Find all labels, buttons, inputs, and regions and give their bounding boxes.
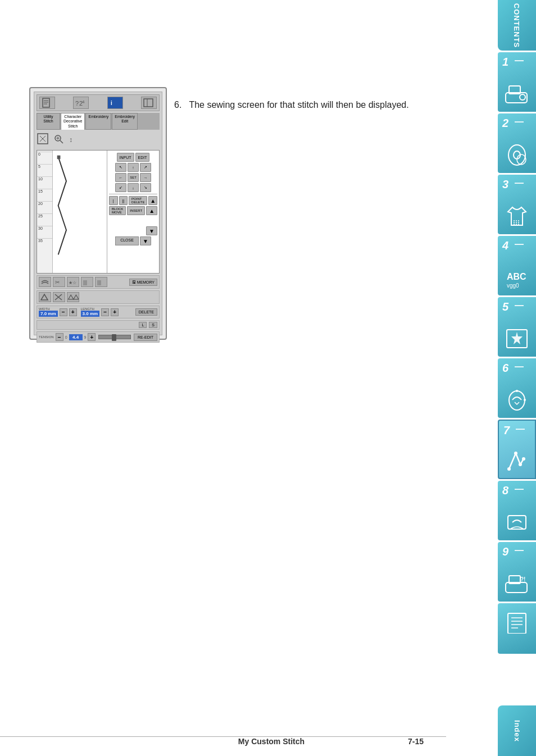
length-minus[interactable]: − (101, 308, 109, 316)
divider-1 (109, 194, 157, 194)
character-stitch-tab[interactable]: Character Decorative Stitch (61, 113, 85, 130)
ruler-0: 0 (37, 152, 52, 164)
width-plus[interactable]: + (69, 308, 77, 316)
stitch-display: 0 5 10 15 20 25 30 35 (37, 150, 160, 274)
svg-text:i: i (111, 100, 112, 106)
ruler-35: 35 (37, 238, 52, 251)
vert-bar-1[interactable]: | (109, 196, 118, 205)
stitch-controls: INPUT EDIT ↖ ↑ ↗ ← SET → (107, 151, 159, 273)
embroidery-tab[interactable]: Embroidery (85, 113, 111, 130)
scroll-up[interactable]: ▲ (148, 196, 157, 205)
svg-text:↕: ↕ (69, 136, 72, 144)
svg-point-39 (524, 399, 526, 401)
second-icon-2[interactable] (53, 292, 65, 302)
footer-title: My Custom Stitch (238, 737, 305, 746)
tension-slider[interactable] (98, 335, 131, 339)
svg-text:|||: ||| (83, 280, 87, 285)
step-text: The sewing screen for that stitch will t… (189, 100, 408, 110)
svg-point-41 (514, 452, 517, 455)
length-plus[interactable]: + (111, 308, 119, 316)
block-move-row: BLOCKMOVE INSERT ▲ (109, 206, 157, 215)
arrow-up[interactable]: ↑ (128, 163, 139, 172)
chapter-5-tab[interactable]: 5 — (498, 297, 536, 357)
stitch-icon-display (37, 133, 49, 147)
arrow-row-3: ↙ ↓ ↘ (109, 183, 157, 192)
chapter-1-tab[interactable]: 1 — (498, 52, 536, 112)
machine-icon-2: ? 2 4 (73, 97, 89, 109)
arrow-right[interactable]: → (140, 173, 151, 182)
scroll-down-2[interactable]: ▼ (140, 236, 151, 245)
page-footer: My Custom Stitch 7-15 (0, 736, 446, 746)
width-minus[interactable]: − (60, 308, 67, 316)
measurements-row: WIDTH 7.0 mm − + LENGTH 3.0 mm − + DELET… (37, 306, 160, 318)
chapter-4-tab[interactable]: 4 — ABC vgg0 (498, 236, 536, 295)
embroidery-edit-tab[interactable]: Embroidery Edit (112, 113, 138, 130)
delete-button[interactable]: DELETE (135, 308, 157, 316)
svg-rect-19 (57, 156, 61, 160)
index-label: Index (513, 720, 521, 742)
second-icon-3[interactable] (67, 292, 79, 302)
bottom-icon-4[interactable]: ||| (81, 277, 93, 287)
ls-row: L S (37, 320, 160, 330)
machine-icon-1 (39, 97, 55, 109)
chapter-3-tab[interactable]: 3 — (498, 175, 536, 234)
stitch-canvas (53, 151, 107, 273)
scroll-down-row: ▼ (109, 226, 157, 235)
stitch-ruler: 0 5 10 15 20 25 30 35 (37, 151, 53, 273)
svg-text:?: ? (75, 100, 79, 107)
arrow-down[interactable]: ↓ (128, 183, 139, 192)
scroll-down[interactable]: ▼ (146, 226, 157, 235)
machine-header: ? 2 4 i (37, 94, 160, 111)
contents-tab[interactable]: CONTENTS (498, 0, 536, 51)
notes-icon (503, 609, 530, 636)
tension-minus[interactable]: − (56, 333, 63, 341)
svg-point-42 (519, 463, 522, 466)
arrow-row-2: ← SET → (109, 173, 157, 182)
chapter-6-tab[interactable]: 6 — (498, 358, 536, 418)
chapter-9-tab[interactable]: 9 — ?! (498, 542, 536, 602)
chapter-2-tab[interactable]: 2 — (498, 113, 536, 173)
block-move-button[interactable]: BLOCKMOVE (109, 206, 126, 215)
memory-button[interactable]: 🖫 MEMORY (129, 279, 157, 286)
vert-bar-2[interactable]: || (119, 196, 128, 205)
index-tab[interactable]: Index (498, 705, 536, 756)
arrow-icon: ↕ (68, 134, 78, 146)
close-button[interactable]: CLOSE (115, 236, 139, 245)
arrow-dr[interactable]: ↘ (140, 183, 151, 192)
re-edit-button[interactable]: RE-EDIT (134, 334, 157, 341)
arrow-ul[interactable]: ↖ (115, 163, 126, 172)
insert-button[interactable]: INSERT (127, 206, 145, 215)
chapter-7-tab[interactable]: 7 — (498, 420, 536, 479)
chapter-2-icon (503, 142, 530, 168)
utility-stitch-tab[interactable]: Utility Stitch (37, 113, 60, 130)
scroll-mid[interactable]: ▲ (146, 206, 157, 215)
input-button[interactable]: INPUT (117, 153, 134, 162)
s-button[interactable]: S (149, 322, 157, 328)
tension-nine: 9 (84, 335, 87, 339)
set-button[interactable]: SET (128, 173, 139, 182)
second-icon-1[interactable] (39, 292, 51, 302)
bottom-icon-5[interactable]: ||| (95, 277, 107, 287)
edit-button[interactable]: EDIT (135, 153, 150, 162)
bottom-icon-3[interactable]: ★☆ (67, 277, 79, 287)
machine-icon-row: ↕ (37, 131, 160, 148)
chapter-8-tab[interactable]: 8 — (498, 481, 536, 540)
bottom-icon-1[interactable] (39, 277, 51, 287)
bottom-icon-2[interactable]: ✂ (53, 277, 65, 287)
l-button[interactable]: L (139, 322, 147, 328)
input-edit-row: INPUT EDIT (109, 153, 157, 162)
tension-row: TENSION − 0 4.4 9 + RE-EDIT (37, 331, 160, 343)
svg-text:✂: ✂ (55, 279, 60, 285)
notes-tab[interactable] (498, 603, 536, 654)
second-icons-row (37, 290, 160, 304)
arrow-dl[interactable]: ↙ (115, 183, 126, 192)
ruler-25: 25 (37, 213, 52, 226)
chapter-1-icon (503, 80, 530, 107)
svg-marker-37 (511, 332, 523, 344)
arrow-ur[interactable]: ↗ (140, 163, 151, 172)
arrow-left[interactable]: ← (115, 173, 126, 182)
tension-plus[interactable]: + (88, 333, 96, 341)
svg-point-40 (507, 467, 511, 471)
arrow-row-1: ↖ ↑ ↗ (109, 163, 157, 172)
point-delete-button[interactable]: POINTDELETE (129, 196, 147, 205)
